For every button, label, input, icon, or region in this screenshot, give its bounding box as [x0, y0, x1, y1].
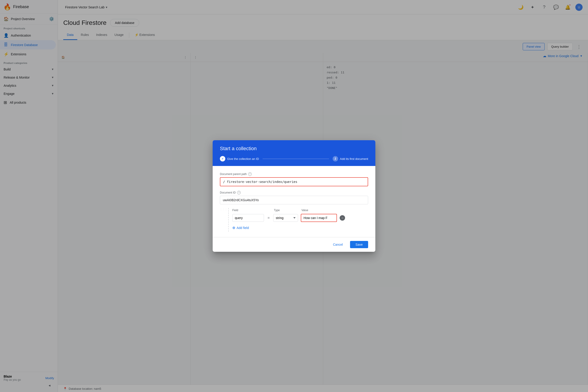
cancel-button[interactable]: Cancel [328, 241, 347, 248]
doc-parent-path-label: Document parent path [220, 172, 247, 176]
doc-id-section: Document ID ? [220, 191, 368, 204]
value-col-header: Value [302, 208, 338, 212]
field-dots: ⋮⋮⋮ [220, 208, 227, 232]
remove-field-button[interactable]: − [340, 215, 345, 220]
add-field-label: Add field [237, 226, 249, 230]
dialog-body: Document parent path ? Document ID ? [213, 166, 375, 237]
step2-label: Add its first document [340, 157, 368, 160]
step1-label: Give the collection an ID [227, 157, 259, 160]
field-section: Field Type Value [228, 208, 368, 232]
step1-circle: ✓ [220, 156, 225, 162]
field-col-header: Field [232, 208, 264, 212]
field-row-1: = string number boolean map array null t… [232, 214, 368, 222]
add-field-button[interactable]: ⊕ Add field [232, 224, 249, 232]
doc-parent-path-help-icon[interactable]: ? [248, 172, 252, 176]
dialog-title: Start a collection [220, 146, 368, 152]
type-label-header: Type [274, 209, 280, 212]
main-area: Firestore Vector Search Lab ▾ 🌙 ✦ ? 💬 🔔 … [58, 0, 588, 392]
value-label-header: Value [302, 209, 308, 212]
field-name-input[interactable] [232, 214, 264, 222]
doc-parent-path-input[interactable] [220, 177, 368, 186]
dialog-steps: ✓ Give the collection an ID 2 Add its fi… [220, 156, 368, 162]
doc-id-help-icon[interactable]: ? [237, 191, 241, 194]
start-collection-dialog: Start a collection ✓ Give the collection… [213, 140, 375, 252]
doc-parent-path-section: Document parent path ? [220, 172, 368, 186]
field-label-header: Field [232, 209, 238, 212]
content-area: Cloud Firestore Add database Data Rules … [58, 14, 588, 392]
doc-parent-path-label-row: Document parent path ? [220, 172, 368, 176]
dialog-header: Start a collection ✓ Give the collection… [213, 140, 375, 166]
type-col-header: Type [274, 208, 299, 212]
dialog-footer: Cancel Save [213, 237, 375, 252]
add-field-plus-icon: ⊕ [232, 226, 235, 230]
dialog-overlay[interactable]: Start a collection ✓ Give the collection… [58, 14, 588, 392]
step-1: ✓ Give the collection an ID [220, 156, 259, 162]
step-connector [262, 159, 329, 159]
doc-id-label: Document ID [220, 191, 236, 194]
step2-circle: 2 [333, 156, 338, 162]
field-value-input[interactable] [301, 214, 337, 222]
equals-sign: = [267, 216, 270, 220]
field-headers: Field Type Value [232, 208, 368, 212]
field-section-wrapper: ⋮⋮⋮ Field Type [220, 208, 368, 232]
doc-id-label-row: Document ID ? [220, 191, 368, 194]
save-button[interactable]: Save [350, 241, 368, 248]
doc-id-input[interactable] [220, 196, 368, 204]
step-2: 2 Add its first document [333, 156, 368, 162]
field-type-select[interactable]: string number boolean map array null tim… [273, 214, 298, 222]
